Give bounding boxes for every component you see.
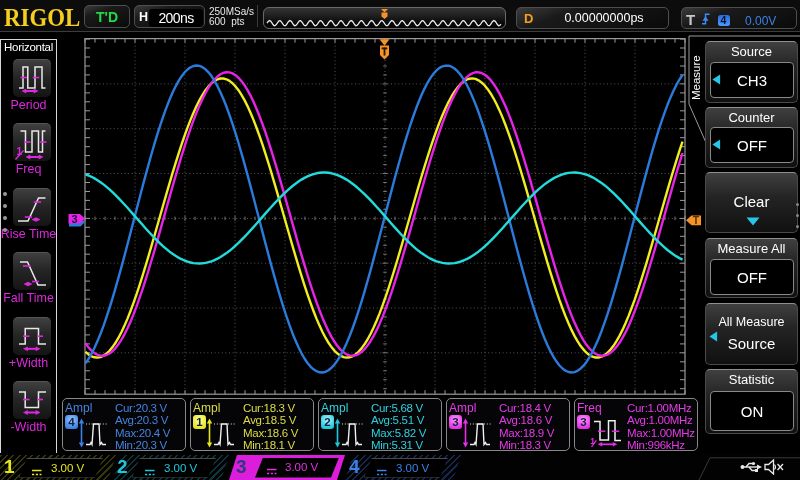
svg-text:1: 1	[590, 436, 595, 446]
svg-text:T: T	[693, 214, 700, 226]
svg-text:3: 3	[71, 213, 77, 225]
